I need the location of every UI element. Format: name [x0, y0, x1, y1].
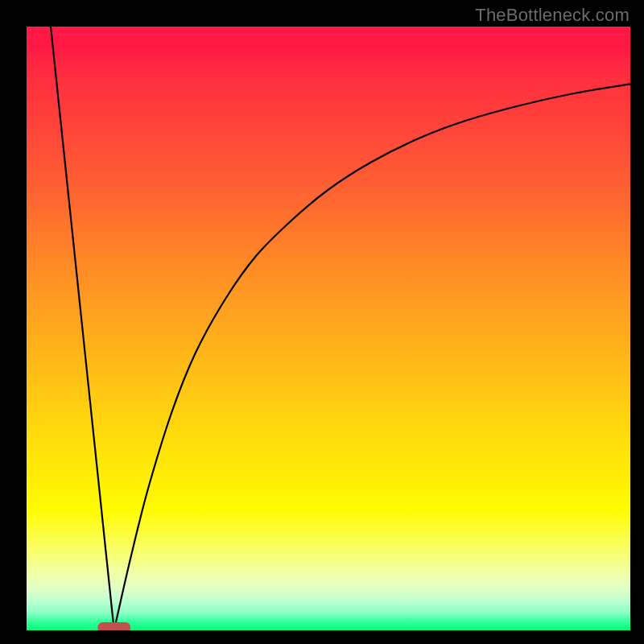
min-marker — [98, 622, 131, 630]
chart-frame: TheBottleneck.com — [0, 0, 644, 644]
plot-area — [27, 27, 630, 630]
left-branch-line — [51, 27, 114, 630]
watermark-text: TheBottleneck.com — [475, 5, 630, 26]
curve-layer — [27, 27, 630, 630]
right-branch-curve — [114, 84, 630, 630]
